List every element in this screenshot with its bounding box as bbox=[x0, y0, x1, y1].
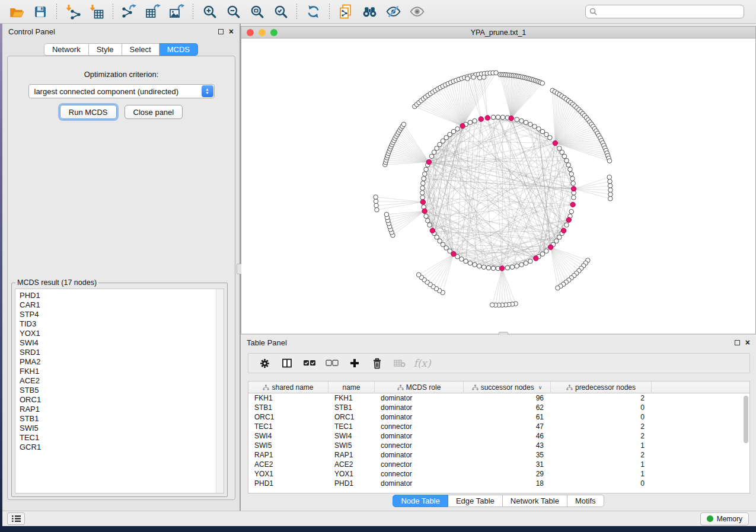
tab-select[interactable]: Select bbox=[122, 43, 160, 56]
import-table-button[interactable] bbox=[85, 2, 109, 22]
graph-node[interactable] bbox=[451, 129, 456, 134]
graph-node[interactable] bbox=[515, 264, 519, 268]
graph-node[interactable] bbox=[568, 167, 573, 172]
graph-node[interactable] bbox=[491, 266, 496, 271]
graph-node[interactable] bbox=[384, 212, 389, 217]
graph-node[interactable] bbox=[448, 132, 452, 137]
tab-motifs[interactable]: Motifs bbox=[567, 495, 604, 507]
open-file-button[interactable] bbox=[5, 2, 28, 22]
graph-node[interactable] bbox=[428, 223, 432, 227]
mcds-result-item[interactable]: ORC1 bbox=[20, 395, 224, 405]
mcds-result-item[interactable]: STP4 bbox=[20, 310, 224, 319]
find-button[interactable] bbox=[358, 2, 381, 22]
graph-node[interactable] bbox=[537, 127, 541, 132]
graph-node[interactable] bbox=[473, 118, 477, 123]
graph-node[interactable] bbox=[401, 122, 406, 127]
graph-node[interactable] bbox=[486, 265, 491, 270]
graph-node[interactable] bbox=[608, 179, 613, 184]
graph-node[interactable] bbox=[566, 163, 571, 168]
graph-node[interactable] bbox=[515, 117, 519, 122]
mcds-list-scrollbar[interactable] bbox=[216, 289, 224, 493]
graph-node[interactable] bbox=[608, 188, 613, 193]
search-box[interactable] bbox=[585, 5, 744, 18]
graph-node[interactable] bbox=[564, 223, 569, 227]
graph-node[interactable] bbox=[424, 167, 429, 172]
float-panel-icon[interactable] bbox=[735, 340, 740, 345]
float-panel-icon[interactable] bbox=[218, 29, 224, 34]
graph-node[interactable] bbox=[429, 154, 434, 159]
close-panel-button[interactable]: Close panel bbox=[125, 105, 183, 119]
tab-edge-table[interactable]: Edge Table bbox=[448, 495, 503, 507]
close-panel-icon[interactable]: × bbox=[229, 29, 234, 34]
mcds-result-item[interactable]: PHD1 bbox=[20, 291, 224, 300]
graph-hub-node[interactable] bbox=[485, 116, 490, 120]
column-header-successor-nodes[interactable]: successor nodes∨ bbox=[464, 382, 551, 393]
graph-node[interactable] bbox=[477, 264, 481, 268]
mcds-result-item[interactable]: SRD1 bbox=[20, 348, 224, 357]
graph-node[interactable] bbox=[510, 265, 515, 270]
mcds-result-item[interactable]: STB1 bbox=[20, 414, 224, 424]
graph-node[interactable] bbox=[374, 203, 379, 208]
show-all-button[interactable] bbox=[405, 2, 429, 22]
graph-node[interactable] bbox=[540, 81, 545, 86]
graph-node[interactable] bbox=[571, 181, 576, 186]
graph-node[interactable] bbox=[425, 219, 430, 223]
mcds-result-item[interactable]: RAP1 bbox=[20, 405, 224, 414]
zoom-selected-button[interactable] bbox=[269, 2, 292, 22]
mcds-result-item[interactable]: SWI4 bbox=[20, 338, 224, 348]
column-header-shared-name[interactable]: shared name bbox=[248, 382, 328, 393]
graph-node[interactable] bbox=[438, 239, 442, 243]
table-row[interactable]: ORC1ORC1dominator610 bbox=[248, 412, 749, 422]
graph-node[interactable] bbox=[528, 259, 533, 264]
mcds-result-item[interactable]: CAR1 bbox=[20, 300, 224, 310]
graph-node[interactable] bbox=[420, 196, 425, 200]
graph-node[interactable] bbox=[416, 273, 421, 277]
graph-node[interactable] bbox=[557, 235, 562, 240]
graph-node[interactable] bbox=[564, 158, 569, 163]
import-network-button[interactable] bbox=[61, 2, 85, 22]
graph-hub-node[interactable] bbox=[571, 187, 576, 191]
graph-node[interactable] bbox=[608, 192, 613, 197]
graph-node[interactable] bbox=[562, 154, 567, 159]
graph-node[interactable] bbox=[500, 115, 505, 120]
graph-node[interactable] bbox=[608, 196, 613, 201]
graph-node[interactable] bbox=[435, 146, 439, 151]
graph-node[interactable] bbox=[374, 199, 378, 204]
graph-node[interactable] bbox=[569, 172, 574, 177]
graph-node[interactable] bbox=[607, 159, 612, 164]
graph-node[interactable] bbox=[524, 120, 528, 125]
graph-node[interactable] bbox=[524, 261, 528, 265]
search-input[interactable] bbox=[599, 8, 740, 16]
graph-node[interactable] bbox=[473, 262, 477, 267]
graph-node[interactable] bbox=[465, 76, 470, 81]
graph-node[interactable] bbox=[375, 207, 379, 212]
graph-hub-node[interactable] bbox=[430, 228, 435, 233]
graph-node[interactable] bbox=[491, 115, 496, 120]
table-row[interactable]: YOX1YOX1connector291 bbox=[248, 469, 749, 479]
graph-node[interactable] bbox=[374, 195, 378, 200]
tab-node-table[interactable]: Node Table bbox=[393, 495, 448, 507]
export-network-button[interactable] bbox=[117, 2, 141, 22]
graph-node[interactable] bbox=[556, 286, 560, 290]
mcds-result-item[interactable]: TID3 bbox=[20, 319, 224, 329]
table-row[interactable]: RAP1RAP1dominator352 bbox=[248, 450, 749, 460]
table-row[interactable]: TEC1TEC1connector472 bbox=[248, 422, 749, 431]
mcds-result-item[interactable]: TEC1 bbox=[20, 433, 224, 443]
graph-node[interactable] bbox=[468, 120, 473, 125]
table-row[interactable]: STB1STB1dominator620 bbox=[248, 403, 749, 412]
mcds-result-item[interactable]: SWI5 bbox=[20, 424, 224, 433]
graph-hub-node[interactable] bbox=[420, 200, 425, 204]
table-row[interactable]: FKH1FKH1dominator962 bbox=[248, 393, 749, 403]
refresh-button[interactable] bbox=[301, 2, 325, 22]
graph-node[interactable] bbox=[608, 184, 613, 188]
criterion-select[interactable]: largest connected component (undirected)… bbox=[28, 84, 215, 98]
graph-node[interactable] bbox=[420, 191, 425, 196]
graph-node[interactable] bbox=[496, 115, 500, 120]
graph-hub-node[interactable] bbox=[479, 117, 483, 121]
zoom-in-button[interactable] bbox=[197, 2, 221, 22]
graph-hub-node[interactable] bbox=[426, 159, 431, 164]
mcds-result-item[interactable]: ACE2 bbox=[20, 376, 224, 386]
graph-node[interactable] bbox=[424, 214, 429, 219]
export-table-button[interactable] bbox=[141, 2, 165, 22]
graph-node[interactable] bbox=[557, 146, 562, 151]
